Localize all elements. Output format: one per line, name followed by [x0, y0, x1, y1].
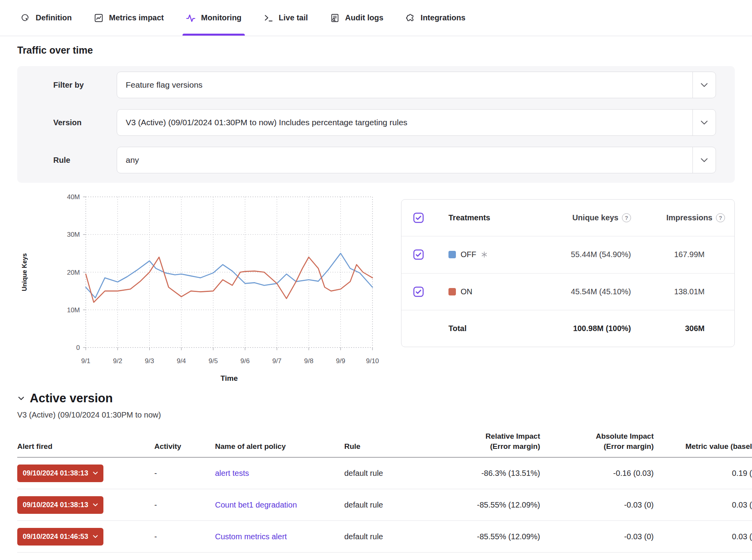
traffic-line-chart: 010M20M30M40M9/19/29/39/49/59/69/79/89/9… — [17, 184, 389, 384]
metric-value-cell: 0.03 ( — [654, 532, 752, 541]
treatments-select-all-checkbox[interactable] — [413, 212, 448, 223]
monitoring-icon — [186, 13, 196, 23]
off-treatment-checkbox[interactable] — [413, 249, 448, 260]
alert-fired-header: Alert fired — [17, 441, 154, 452]
chevron-down-icon — [17, 394, 25, 402]
total-label: Total — [448, 324, 515, 333]
metric-value-header: Metric value (basel — [654, 441, 752, 452]
version-row: Version V3 (Active) (09/01/2024 01:30PM … — [53, 109, 716, 136]
tab-integrations[interactable]: Integrations — [405, 0, 465, 36]
version-select[interactable]: V3 (Active) (09/01/2024 01:30PM to now) … — [117, 109, 716, 136]
svg-text:9/7: 9/7 — [272, 357, 282, 365]
alert-row: 09/10/2024 01:46:53 - Custom metrics ale… — [17, 521, 752, 553]
alert-row: 09/10/2024 01:38:13 - alert tests defaul… — [17, 457, 752, 489]
tab-metrics-impact[interactable]: Metrics impact — [94, 0, 164, 36]
main-content: Traffic over time Filter by Feature flag… — [0, 45, 752, 553]
activity-cell: - — [154, 469, 215, 478]
audit-logs-icon — [330, 13, 340, 23]
svg-text:40M: 40M — [67, 193, 80, 201]
metric-value-cell: 0.19 ( — [654, 469, 752, 478]
on-color-chip — [448, 288, 456, 295]
absolute-impact-cell: -0.16 (0.03) — [540, 469, 654, 478]
unique-keys-value: 55.44M (54.90%) — [515, 250, 633, 259]
rule-cell: default rule — [344, 532, 434, 541]
tab-label: Integrations — [421, 13, 465, 22]
tab-definition[interactable]: Definition — [20, 0, 72, 36]
svg-text:9/10: 9/10 — [366, 357, 379, 365]
impressions-column-header: Impressions ? — [633, 213, 734, 222]
tab-bar: Definition Metrics impact Monitoring Liv… — [0, 0, 752, 36]
help-icon[interactable]: ? — [716, 213, 725, 222]
tab-label: Metrics impact — [109, 13, 164, 22]
total-impressions: 306M — [633, 324, 734, 333]
tab-live-tail[interactable]: Live tail — [264, 0, 308, 36]
svg-text:9/8: 9/8 — [304, 357, 314, 365]
alert-row: 09/10/2024 01:38:13 - Count bet1 degrada… — [17, 489, 752, 521]
unique-keys-value: 45.54M (45.10%) — [515, 287, 633, 296]
alert-policy-link[interactable]: alert tests — [215, 469, 249, 477]
active-version-title: Active version — [30, 391, 113, 405]
impressions-value: 138.01M — [633, 287, 734, 296]
relative-impact-cell: -85.55% (12.09%) — [434, 532, 540, 541]
monitoring-page: Definition Metrics impact Monitoring Liv… — [0, 0, 752, 560]
alert-fired-badge[interactable]: 09/10/2024 01:46:53 — [17, 528, 103, 546]
svg-text:9/9: 9/9 — [336, 357, 345, 365]
chevron-down-icon — [93, 503, 98, 506]
absolute-impact-header: Absolute Impact (Error margin) — [540, 431, 654, 451]
treatments-header-row: Treatments Unique keys ? Impressions ? — [401, 200, 734, 236]
rule-value: any — [126, 155, 692, 165]
off-color-chip — [448, 251, 456, 258]
active-tab-indicator — [183, 34, 244, 36]
active-version-toggle[interactable]: Active version — [17, 391, 735, 405]
chevron-down-icon — [93, 535, 98, 538]
unique-keys-column-header: Unique keys ? — [515, 213, 633, 222]
rule-row: Rule any — [53, 147, 716, 173]
live-tail-icon — [264, 13, 274, 23]
alert-fired-badge[interactable]: 09/10/2024 01:38:13 — [17, 496, 103, 514]
relative-impact-cell: -86.3% (13.51%) — [434, 469, 540, 478]
treatment-name: OFF — [461, 250, 476, 259]
chevron-down-icon — [93, 472, 98, 475]
version-label: Version — [53, 118, 117, 127]
treatment-row-off: OFF 55.44M (54.90%) 167.99M — [401, 236, 734, 273]
definition-icon — [20, 13, 31, 23]
filter-by-select[interactable]: Feature flag versions — [117, 72, 716, 98]
svg-text:Time: Time — [221, 374, 238, 382]
help-icon[interactable]: ? — [622, 213, 631, 222]
treatments-panel: Treatments Unique keys ? Impressions ? — [401, 199, 735, 347]
unique-keys-header-label: Unique keys — [572, 213, 618, 222]
activity-cell: - — [154, 532, 215, 541]
impressions-header-label: Impressions — [666, 213, 712, 222]
alerts-header-row: Alert fired Activity Name of alert polic… — [17, 431, 752, 457]
metrics-impact-icon — [94, 13, 104, 23]
alert-policy-link[interactable]: Count bet1 degradation — [215, 501, 297, 509]
svg-text:20M: 20M — [67, 269, 80, 276]
rule-select[interactable]: any — [117, 147, 716, 173]
tab-monitoring[interactable]: Monitoring — [186, 0, 241, 36]
relative-impact-cell: -85.55% (12.09%) — [434, 501, 540, 510]
svg-text:9/3: 9/3 — [145, 357, 154, 365]
svg-text:Unique Keys: Unique Keys — [21, 253, 28, 291]
impressions-value: 167.99M — [633, 250, 734, 259]
alert-fired-time: 09/10/2024 01:38:13 — [23, 469, 88, 477]
rule-cell: default rule — [344, 501, 434, 510]
svg-text:9/2: 9/2 — [113, 357, 123, 365]
traffic-over-time-title: Traffic over time — [17, 45, 735, 56]
alert-fired-badge[interactable]: 09/10/2024 01:38:13 — [17, 465, 103, 482]
treatments-total-row: Total 100.98M (100%) 306M — [401, 310, 734, 347]
alert-policy-header: Name of alert policy — [215, 441, 344, 452]
rule-header: Rule — [344, 441, 434, 452]
activity-cell: - — [154, 501, 215, 510]
on-treatment-checkbox[interactable] — [413, 286, 448, 297]
chevron-down-icon — [693, 83, 716, 87]
tab-audit-logs[interactable]: Audit logs — [330, 0, 383, 36]
total-unique-keys: 100.98M (100%) — [515, 324, 633, 333]
metric-value-cell: 0.03 ( — [654, 501, 752, 510]
chevron-down-icon — [693, 158, 716, 162]
svg-text:9/4: 9/4 — [177, 357, 186, 365]
frozen-asterisk-icon — [481, 251, 488, 258]
alert-fired-time: 09/10/2024 01:46:53 — [23, 533, 88, 541]
relative-impact-header: Relative Impact (Error margin) — [434, 431, 540, 451]
treatments-column-header: Treatments — [448, 213, 515, 222]
alert-policy-link[interactable]: Custom metrics alert — [215, 532, 287, 541]
